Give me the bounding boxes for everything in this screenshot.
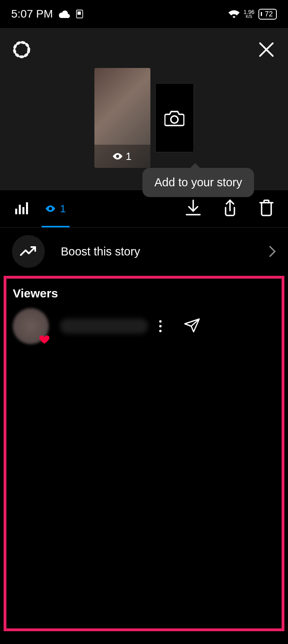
download-icon	[186, 199, 201, 216]
battery-indicator: 72	[258, 9, 277, 20]
close-icon	[258, 41, 275, 58]
eye-icon	[113, 153, 122, 160]
send-icon	[184, 318, 200, 333]
boost-story-label: Boost this story	[61, 245, 253, 258]
document-icon	[76, 10, 83, 18]
settings-button[interactable]	[12, 40, 31, 59]
net-speed: 1.96 K/S	[244, 9, 254, 19]
svg-rect-8	[19, 205, 21, 214]
insights-tab[interactable]	[14, 201, 29, 216]
viewer-username	[60, 319, 148, 334]
heart-icon	[39, 335, 50, 345]
bar-chart-icon	[14, 201, 29, 216]
viewer-more-button[interactable]	[159, 320, 162, 332]
add-story-button[interactable]	[155, 83, 194, 152]
svg-rect-9	[22, 207, 24, 214]
story-header: 1	[0, 28, 288, 190]
viewers-title: Viewers	[13, 287, 275, 300]
svg-rect-1	[78, 12, 81, 15]
story-thumbnail[interactable]: 1	[94, 68, 150, 168]
viewer-list-item[interactable]	[13, 300, 275, 352]
wifi-icon	[228, 10, 240, 18]
status-time: 5:07 PM	[11, 8, 53, 20]
eye-icon	[46, 205, 55, 212]
add-story-tooltip: Add to your story	[142, 168, 254, 197]
svg-point-6	[171, 116, 178, 123]
download-button[interactable]	[186, 199, 201, 218]
cloud-icon	[58, 10, 70, 18]
chevron-right-icon	[269, 245, 276, 257]
story-view-count: 1	[94, 145, 150, 168]
delete-button[interactable]	[259, 199, 274, 218]
svg-rect-10	[26, 202, 28, 214]
svg-rect-7	[15, 209, 17, 214]
camera-icon	[164, 110, 184, 126]
viewers-count: 1	[60, 203, 66, 215]
boost-story-button[interactable]: Boost this story	[0, 227, 288, 275]
trending-up-icon	[20, 245, 37, 257]
viewers-tab[interactable]: 1	[46, 190, 66, 227]
share-icon	[222, 199, 238, 216]
viewer-message-button[interactable]	[184, 318, 200, 334]
settings-icon	[12, 40, 31, 59]
close-button[interactable]	[257, 40, 276, 59]
share-button[interactable]	[222, 199, 238, 218]
status-bar: 5:07 PM 1.96 K/S 72	[0, 0, 288, 28]
trash-icon	[259, 199, 274, 216]
viewers-section: Viewers	[0, 275, 288, 363]
